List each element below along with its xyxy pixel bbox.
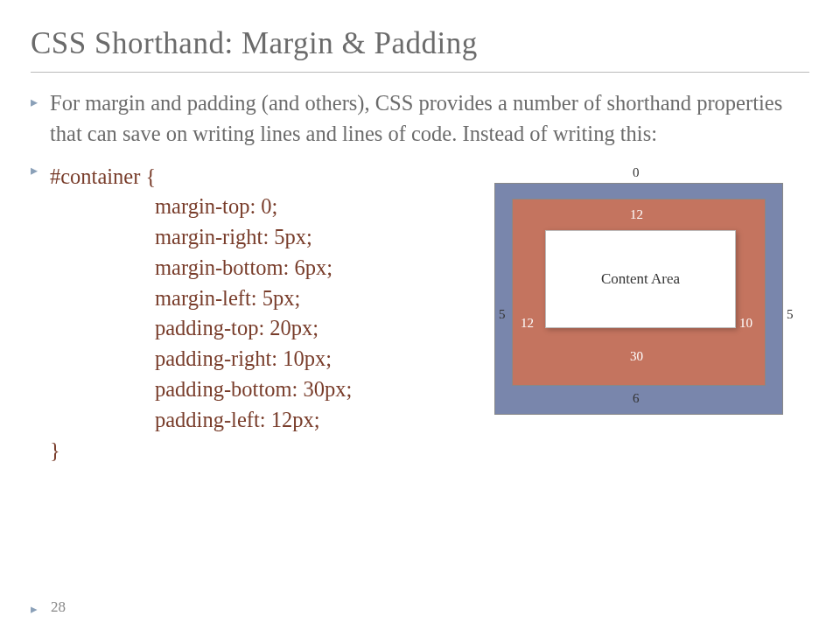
code-bullet: ▸ #container { margin-top: 0; margin-rig… bbox=[31, 157, 468, 466]
code-line-4: margin-left: 5px; bbox=[50, 284, 352, 314]
box-model-diagram: Content Area 0 5 6 5 12 10 30 12 bbox=[477, 167, 801, 430]
code-line-1: margin-top: 0; bbox=[50, 192, 352, 222]
code-line-7: padding-bottom: 30px; bbox=[50, 374, 352, 405]
margin-left-label: 5 bbox=[499, 307, 506, 322]
intro-bullet: ▸ For margin and padding (and others), C… bbox=[31, 88, 809, 150]
page-number: 28 bbox=[51, 598, 66, 616]
content-box: Content Area bbox=[545, 230, 736, 328]
intro-text: For margin and padding (and others), CSS… bbox=[50, 88, 809, 150]
padding-bottom-label: 30 bbox=[630, 349, 643, 364]
page-arrow-icon: ▸ bbox=[31, 601, 38, 617]
slide-content: ▸ For margin and padding (and others), C… bbox=[0, 88, 840, 472]
padding-right-label: 10 bbox=[739, 316, 752, 331]
code-block: #container { margin-top: 0; margin-right… bbox=[50, 162, 352, 466]
bullet-icon: ▸ bbox=[31, 157, 50, 178]
code-line-5: padding-top: 20px; bbox=[50, 313, 352, 344]
code-line-close: } bbox=[50, 436, 352, 466]
padding-top-label: 12 bbox=[630, 207, 643, 222]
code-line-open: #container { bbox=[50, 162, 352, 192]
title-divider bbox=[31, 72, 809, 73]
margin-bottom-label: 6 bbox=[633, 391, 640, 406]
code-line-8: padding-left: 12px; bbox=[50, 405, 352, 436]
code-line-3: margin-bottom: 6px; bbox=[50, 253, 352, 284]
bullet-icon: ▸ bbox=[31, 88, 50, 110]
content-area-label: Content Area bbox=[601, 270, 680, 288]
padding-left-label: 12 bbox=[521, 316, 534, 331]
slide-title: CSS Shorthand: Margin & Padding bbox=[0, 0, 840, 72]
code-line-6: padding-right: 10px; bbox=[50, 344, 352, 374]
code-line-2: margin-right: 5px; bbox=[50, 222, 352, 253]
margin-top-label: 0 bbox=[633, 165, 640, 180]
margin-right-label: 5 bbox=[787, 307, 794, 322]
